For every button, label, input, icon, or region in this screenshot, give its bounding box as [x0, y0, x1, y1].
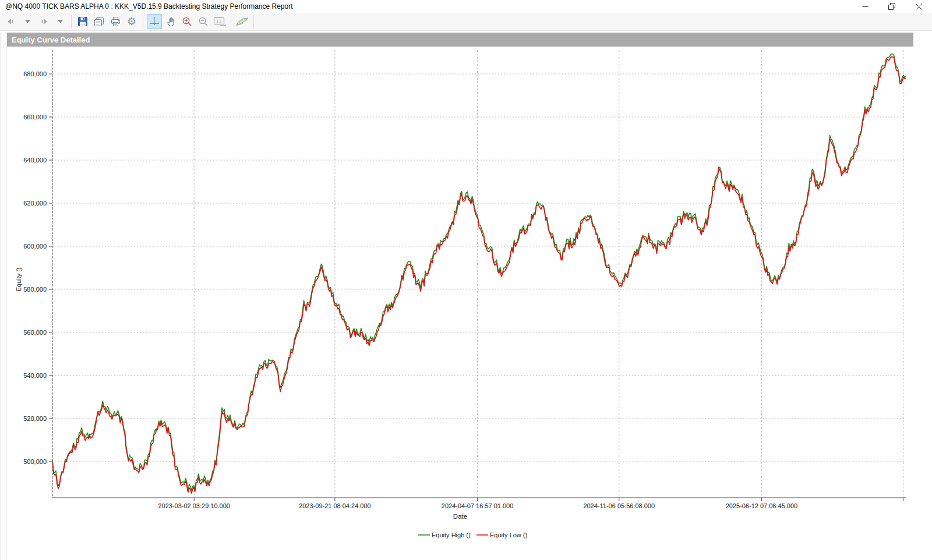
- minimize-button[interactable]: [852, 0, 878, 13]
- save-button[interactable]: [75, 14, 90, 29]
- crosshair-tool-button[interactable]: [147, 14, 162, 29]
- nav-forward-button[interactable]: [36, 14, 51, 29]
- legend-label: Equity Low (): [490, 531, 527, 538]
- equity-low-series: [52, 57, 906, 494]
- y-tick-label: 660,000: [23, 114, 47, 120]
- toolbar-separator: [231, 15, 231, 29]
- y-tick-label: 680,000: [23, 70, 47, 77]
- y-tick-label: 540,000: [23, 372, 47, 379]
- y-axis-title: Equity (): [15, 268, 22, 292]
- pan-tool-button[interactable]: [163, 14, 178, 29]
- series-group: [52, 54, 906, 494]
- window-titlebar: @NQ 4000 TICK BARS ALPHA 0 : KKK_V5D.15.…: [0, 0, 932, 13]
- toolbar: ⚙ 1:1: [0, 13, 932, 31]
- equity-high-series: [52, 54, 906, 491]
- restore-icon: [888, 3, 895, 10]
- x-tick-label: 2023-09-21 08:04:24.000: [299, 502, 371, 509]
- brand-button[interactable]: [235, 14, 250, 29]
- feather-icon: [235, 16, 249, 27]
- settings-button[interactable]: ⚙: [124, 14, 139, 29]
- section-title: Equity Curve Detailed: [7, 36, 90, 44]
- print-button[interactable]: [108, 14, 123, 29]
- nav-back-button[interactable]: [3, 14, 19, 29]
- close-icon: [916, 3, 922, 10]
- hand-icon: [166, 16, 176, 27]
- close-button[interactable]: [905, 0, 932, 13]
- report-pages-icon: [94, 17, 105, 27]
- x-tick-label: 2023-03-02 03:29:10.000: [158, 502, 230, 509]
- zoom-in-tool-button[interactable]: [179, 14, 195, 29]
- section-header: Equity Curve Detailed: [7, 33, 913, 47]
- zoom-reset-tool-button[interactable]: 1:1: [212, 14, 227, 29]
- x-tick-label: 2024-04-07 16:57:01.000: [442, 502, 514, 509]
- floppy-disk-icon: [77, 16, 88, 27]
- y-tick-label: 600,000: [23, 243, 47, 250]
- y-tick-label: 580,000: [23, 286, 47, 293]
- y-tick-label: 560,000: [23, 329, 47, 336]
- toolbar-separator: [71, 15, 72, 29]
- equity-curve-chart[interactable]: 500,000520,000540,000560,000580,000600,0…: [0, 47, 932, 560]
- one-to-one-icon: 1:1: [213, 16, 226, 27]
- x-tick-label: 2024-11-06 05:56:08.000: [583, 502, 655, 509]
- window-controls: [852, 0, 932, 13]
- export-report-button[interactable]: [91, 14, 107, 29]
- toolbar-separator: [253, 15, 254, 29]
- nav-forward-menu-button[interactable]: [52, 14, 68, 29]
- y-tick-label: 520,000: [23, 415, 47, 422]
- caret-down-icon: [58, 20, 63, 23]
- printer-icon: [110, 16, 121, 27]
- one-to-one-label: 1:1: [216, 19, 222, 23]
- y-tick-label: 620,000: [23, 200, 47, 207]
- magnifier-plus-icon: [182, 16, 192, 27]
- toolbar-separator: [143, 15, 143, 29]
- x-axis-title: Date: [453, 513, 467, 520]
- x-tick-label: 2025-06-12 07:06:45.000: [726, 502, 798, 509]
- magnifier-minus-icon: [198, 16, 209, 27]
- crosshair-icon: [149, 16, 160, 27]
- zoom-out-tool-button[interactable]: [196, 14, 211, 29]
- y-tick-label: 640,000: [23, 157, 47, 164]
- nav-back-menu-button[interactable]: [20, 14, 35, 29]
- minimize-icon: [862, 3, 869, 10]
- legend-label: Equity High (): [432, 531, 471, 538]
- gear-icon: ⚙: [127, 16, 136, 27]
- y-tick-label: 500,000: [23, 458, 47, 465]
- restore-button[interactable]: [878, 0, 905, 13]
- arrow-right-bar-icon: [39, 18, 48, 25]
- arrow-left-bar-icon: [6, 18, 16, 25]
- caret-down-icon: [25, 20, 30, 23]
- window-title: @NQ 4000 TICK BARS ALPHA 0 : KKK_V5D.15.…: [0, 2, 852, 10]
